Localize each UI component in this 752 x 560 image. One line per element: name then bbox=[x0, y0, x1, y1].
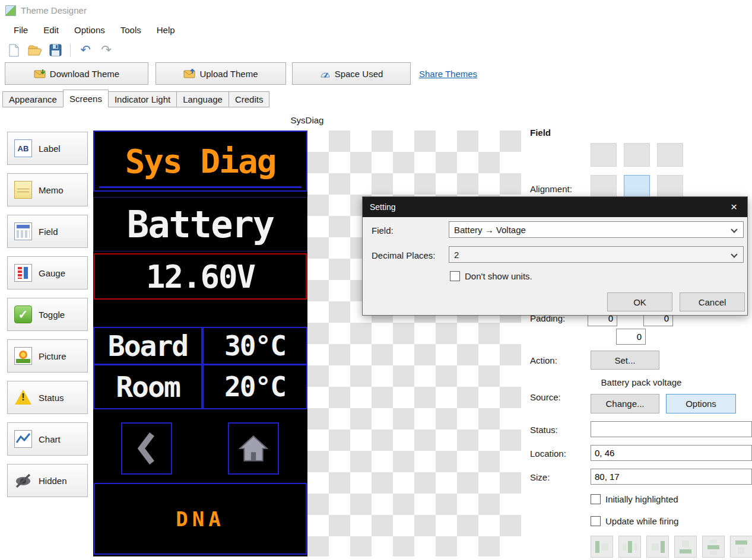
update-while-firing-checkbox[interactable] bbox=[591, 516, 601, 526]
menu-edit[interactable]: Edit bbox=[36, 22, 66, 38]
source-options-button[interactable]: Options bbox=[666, 394, 736, 413]
toolbar-separator bbox=[70, 44, 71, 57]
menu-tools[interactable]: Tools bbox=[113, 22, 149, 38]
field-tool-button[interactable]: Field bbox=[7, 215, 88, 248]
valign-middle-button[interactable] bbox=[702, 536, 725, 558]
dont-show-units-checkbox[interactable] bbox=[450, 271, 460, 281]
upload-theme-button[interactable]: Upload Theme bbox=[156, 62, 286, 85]
lcd-back-button-widget[interactable] bbox=[121, 422, 172, 475]
lcd-battery-label-widget[interactable]: Battery bbox=[93, 197, 307, 252]
text-align-center-button[interactable] bbox=[618, 536, 641, 558]
lcd-title-underline bbox=[99, 186, 302, 188]
dont-show-units-label: Don't show units. bbox=[465, 271, 532, 281]
align-middle-center-button-selected[interactable] bbox=[624, 175, 650, 199]
lcd-room-label-widget[interactable]: Room bbox=[93, 364, 202, 409]
valign-top-icon bbox=[735, 540, 747, 545]
decimal-places-dropdown[interactable]: 2 bbox=[449, 246, 744, 263]
properties-panel-title: Field bbox=[530, 128, 551, 138]
tab-credits[interactable]: Credits bbox=[229, 91, 270, 107]
picture-icon bbox=[14, 347, 32, 365]
lcd-title-widget[interactable]: Sys Diag bbox=[93, 131, 307, 192]
save-icon[interactable] bbox=[47, 43, 63, 58]
align-top-right-button[interactable] bbox=[657, 143, 683, 167]
download-theme-icon bbox=[34, 69, 46, 78]
text-align-left-button[interactable] bbox=[591, 536, 613, 558]
lcd-board-temp-widget[interactable]: 30°C bbox=[202, 327, 307, 365]
close-icon[interactable]: × bbox=[721, 197, 747, 217]
redo-icon[interactable]: ↷ bbox=[99, 43, 114, 58]
lcd-screen-preview[interactable]: Sys Diag Battery 12.60V Board 30°C Room … bbox=[93, 131, 307, 556]
new-document-icon[interactable] bbox=[6, 43, 21, 58]
tab-language[interactable]: Language bbox=[176, 91, 229, 107]
valign-bottom-icon-block bbox=[682, 540, 689, 548]
tab-indicator-light[interactable]: Indicator Light bbox=[108, 91, 177, 107]
picture-tool-text: Picture bbox=[39, 351, 66, 361]
status-tool-button[interactable]: ! Status bbox=[7, 381, 88, 414]
screen-name: SysDiag bbox=[93, 115, 521, 125]
field-dropdown[interactable]: Battery → Voltage bbox=[449, 221, 744, 238]
app-icon bbox=[5, 5, 16, 16]
chart-tool-button[interactable]: Chart bbox=[7, 422, 88, 456]
menu-options[interactable]: Options bbox=[66, 22, 113, 38]
open-folder-icon[interactable] bbox=[27, 43, 42, 58]
padding-bottom-input[interactable] bbox=[616, 329, 646, 345]
size-input[interactable] bbox=[591, 469, 752, 485]
text-align-right-button[interactable] bbox=[646, 536, 669, 558]
lcd-board-temp-text: 30°C bbox=[224, 330, 285, 362]
action-set-button[interactable]: Set... bbox=[591, 351, 659, 370]
status-tool-text: Status bbox=[39, 393, 64, 403]
size-label: Size: bbox=[530, 472, 550, 482]
gauge-icon bbox=[14, 264, 32, 282]
memo-tool-button[interactable]: Memo bbox=[7, 173, 88, 206]
lcd-room-temp-widget[interactable]: 20°C bbox=[202, 364, 307, 409]
lcd-home-button-widget[interactable] bbox=[228, 422, 279, 475]
lcd-board-label-widget[interactable]: Board bbox=[93, 327, 202, 365]
space-used-button[interactable]: Space Used bbox=[292, 62, 411, 85]
valign-bottom-button[interactable] bbox=[674, 536, 697, 558]
align-left-icon bbox=[595, 541, 599, 553]
chevron-down-icon bbox=[731, 226, 737, 233]
align-top-center-button[interactable] bbox=[624, 143, 650, 167]
valign-middle-icon bbox=[707, 545, 719, 549]
tab-screens[interactable]: Screens bbox=[63, 90, 109, 107]
undo-icon[interactable]: ↶ bbox=[78, 43, 93, 58]
back-chevron-icon bbox=[134, 431, 160, 466]
upload-theme-icon bbox=[183, 69, 195, 78]
valign-top-button[interactable] bbox=[730, 536, 752, 558]
download-theme-button[interactable]: Download Theme bbox=[5, 62, 148, 85]
align-top-left-button[interactable] bbox=[591, 143, 617, 167]
tab-appearance[interactable]: Appearance bbox=[2, 91, 64, 107]
home-icon bbox=[239, 434, 268, 463]
valign-bottom-icon bbox=[680, 549, 691, 553]
source-label: Source: bbox=[530, 392, 561, 402]
toggle-tool-button[interactable]: ✓ Toggle bbox=[7, 298, 88, 331]
ok-button[interactable]: OK bbox=[607, 292, 672, 311]
memo-tool-text: Memo bbox=[39, 185, 64, 195]
align-center-icon bbox=[628, 541, 632, 553]
hidden-eye-icon bbox=[14, 472, 32, 489]
lcd-footer-widget[interactable]: DNA bbox=[94, 483, 307, 555]
label-tool-text: Label bbox=[39, 144, 61, 154]
location-input[interactable] bbox=[591, 445, 752, 461]
cancel-button[interactable]: Cancel bbox=[680, 292, 745, 311]
share-themes-link[interactable]: Share Themes bbox=[419, 69, 477, 79]
initially-highlighted-checkbox[interactable] bbox=[591, 494, 601, 504]
source-change-button[interactable]: Change... bbox=[591, 394, 659, 413]
label-tool-button[interactable]: AB Label bbox=[7, 132, 88, 165]
align-middle-left-button[interactable] bbox=[591, 175, 617, 199]
chart-tool-text: Chart bbox=[39, 434, 61, 444]
picture-tool-button[interactable]: Picture bbox=[7, 339, 88, 373]
menu-help[interactable]: Help bbox=[149, 22, 183, 38]
status-input[interactable] bbox=[591, 421, 752, 437]
lcd-board-text: Board bbox=[108, 329, 188, 362]
gauge-tool-button[interactable]: Gauge bbox=[7, 256, 88, 289]
setting-dialog-titlebar[interactable]: Setting bbox=[363, 197, 747, 217]
warning-exclamation: ! bbox=[14, 392, 32, 403]
align-middle-right-button[interactable] bbox=[657, 175, 683, 199]
field-dropdown-value: Battery → Voltage bbox=[454, 225, 526, 235]
hidden-tool-text: Hidden bbox=[39, 476, 67, 486]
menu-file[interactable]: File bbox=[6, 22, 36, 38]
lcd-voltage-field-widget-selected[interactable]: 12.60V bbox=[94, 253, 307, 300]
chevron-down-icon bbox=[731, 251, 737, 257]
hidden-tool-button[interactable]: Hidden bbox=[7, 464, 88, 497]
